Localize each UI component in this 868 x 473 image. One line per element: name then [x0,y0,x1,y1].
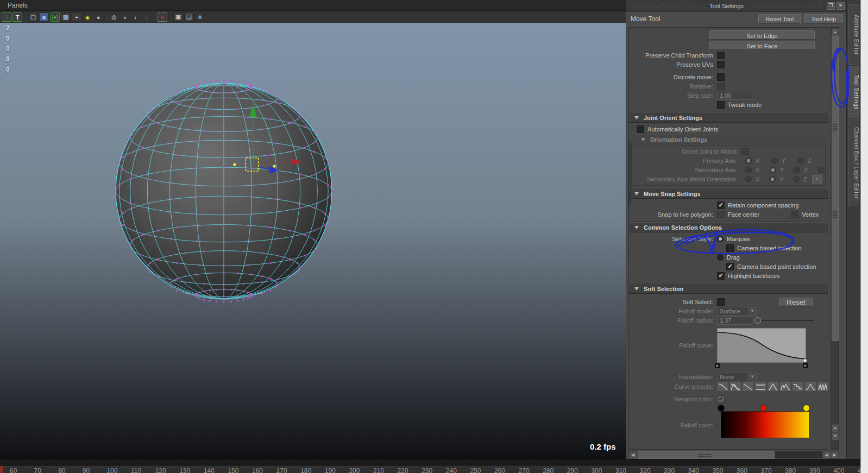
tab-attribute-editor[interactable]: Attribute Editor [848,4,859,65]
half-light-icon[interactable]: ◐ [131,12,141,22]
falloff-radius-field[interactable]: 1,37 [717,317,752,325]
curve-preset-ease-out-icon[interactable] [717,382,729,392]
add-orientation-button[interactable]: + [812,175,822,184]
sec-world-x-radio[interactable] [745,176,752,182]
set-to-face-button[interactable]: Set to Face [709,41,815,50]
scroll-up-icon[interactable]: ▲ [832,424,839,432]
wireframe-icon[interactable]: ▢ [28,12,38,22]
soft-select-checkbox[interactable] [717,298,725,306]
falloff-mode-dropdown[interactable]: Surface▼ [717,307,757,316]
panels-menu-label[interactable]: Panels [8,2,28,9]
common-selection-section-header[interactable]: Common Selection Options [629,222,828,232]
curve-preset-bell-icon[interactable] [767,382,779,392]
checker-sphere-icon[interactable]: ◓ [72,12,81,22]
textured-icon[interactable]: ▩ [61,12,71,22]
joint-orient-section-header[interactable]: Joint Orient Settings [629,112,828,123]
current-frame-marker[interactable] [0,466,3,473]
scroll-right-icon[interactable]: ▶ [831,451,839,459]
reset-tool-button[interactable]: Reset Tool [758,14,801,24]
orientation-settings-header[interactable]: Orientation Settings [631,135,826,144]
horizontal-scroll-thumb[interactable] [638,451,775,459]
horizontal-scrollbar[interactable]: ◀ ◀ ▶ [628,451,839,458]
scroll-left-icon[interactable]: ◀ [822,451,831,459]
curve-preset-bell-fade-icon[interactable] [729,382,741,392]
share-icon[interactable]: ⋔ [195,12,205,22]
multi-pane-icon[interactable]: ❏ [184,12,194,22]
highlight-backfaces-checkbox[interactable]: ✓ [717,272,725,280]
curve-right-key-icon[interactable] [803,358,807,363]
motion-blur-icon[interactable]: ◌ [142,12,152,22]
soft-selection-section-header[interactable]: Soft Selection [629,283,828,294]
discrete-move-checkbox[interactable] [717,73,725,81]
ramp-stop-yellow[interactable] [803,405,810,412]
falloff-radius-slider[interactable] [756,320,814,321]
marquee-radio[interactable] [717,236,724,242]
preserve-child-checkbox[interactable] [717,52,725,59]
tab-channel-box-layer-editor[interactable]: Channel Box / Layer Editor [848,119,859,206]
sec-world-z-radio[interactable] [793,176,800,182]
slider-handle[interactable] [754,317,761,324]
secondary-axis-z-radio[interactable] [794,167,800,173]
soft-select-reset-button[interactable]: Reset [779,298,813,307]
tweak-mode-checkbox[interactable] [717,101,725,109]
scroll-down-icon[interactable]: ▼ [832,432,839,440]
scroll-up-icon[interactable]: ▲ [832,28,839,36]
panel-drag-handle[interactable] [628,141,631,206]
selection-mask-icon[interactable]: ➤ [158,12,167,22]
falloff-curve-widget[interactable]: ✕ ✕ [717,328,806,363]
preserve-uvs-checkbox[interactable] [717,61,725,68]
ramp-stop-black[interactable] [718,405,725,412]
curve-preset-stairs-down-icon[interactable] [792,382,804,392]
shadows-icon[interactable]: ◍ [109,12,119,22]
primary-axis-z-radio[interactable] [797,157,804,164]
curve-preset-flat-icon[interactable] [754,382,766,392]
tool-help-button[interactable]: Tool Help [804,14,843,24]
interpolation-dropdown[interactable]: None▼ [717,373,757,381]
face-center-checkbox[interactable] [717,211,725,218]
lights-off-icon[interactable]: ● [93,12,103,22]
primary-axis-y-radio[interactable] [771,157,778,164]
vertical-scroll-thumb[interactable] [832,36,839,341]
secondary-axis-x-radio[interactable] [745,167,752,173]
relative-checkbox[interactable] [717,83,725,90]
viewport-color-checkbox[interactable]: ✓ [717,395,725,403]
viewport-canvas[interactable]: 2 0 0 0 0 0.2 fps [0,23,626,459]
panel-titlebar[interactable]: Tool Settings ❐ ✕ [626,0,846,12]
camera-paint-selection-checkbox[interactable]: ✓ [726,263,734,270]
set-to-edge-button[interactable]: Set to Edge [709,30,815,40]
scroll-track[interactable] [775,451,822,458]
secondary-axis-none-radio[interactable] [818,167,825,173]
camera-select-icon[interactable]: ∴ [2,12,11,22]
ramp-stop-red[interactable] [760,405,767,412]
close-icon[interactable]: ✕ [836,2,845,10]
text-hud-icon[interactable]: T [12,12,22,22]
camera-based-selection-checkbox[interactable] [726,244,734,252]
curve-preset-linear-down-icon[interactable] [742,382,754,392]
vertex-checkbox[interactable] [791,211,798,218]
isolate-select-icon[interactable]: ▣ [173,12,183,22]
secondary-axis-y-radio[interactable] [770,167,776,173]
primary-axis-x-radio[interactable] [745,157,752,164]
drag-radio[interactable] [717,254,724,261]
scroll-left-icon[interactable]: ◀ [629,451,637,459]
tab-tool-settings[interactable]: Tool Settings [848,66,859,118]
move-snap-section-header[interactable]: Move Snap Settings [629,188,828,199]
curve-preset-three-spikes-icon[interactable] [817,382,828,392]
curve-right-handle-icon[interactable]: ✕ [803,363,808,368]
curve-left-handle-icon[interactable]: ✕ [715,363,720,368]
vertical-scrollbar[interactable]: ▲ ▲ ▼ [831,27,839,450]
restore-window-icon[interactable]: ❐ [827,2,835,10]
step-size-field[interactable]: 1.00 [717,92,752,100]
curve-preset-spike-icon[interactable] [804,382,816,392]
panels-menu[interactable]: Panels [0,0,626,11]
orient-joint-world-checkbox[interactable] [741,148,749,155]
falloff-color-ramp[interactable] [721,411,810,438]
auto-orient-joints-checkbox[interactable] [637,125,644,133]
sec-world-y-radio[interactable] [769,176,776,182]
shaded-icon[interactable]: ■ [39,12,49,22]
curve-preset-two-bells-icon[interactable] [779,382,791,392]
lights-on-icon[interactable]: ● [83,12,92,22]
time-slider-ticks[interactable]: 6070809010011012013014015016017018019020… [0,466,868,473]
retain-spacing-checkbox[interactable]: ✓ [717,201,725,209]
time-slider[interactable]: 6070809010011012013014015016017018019020… [0,459,868,473]
